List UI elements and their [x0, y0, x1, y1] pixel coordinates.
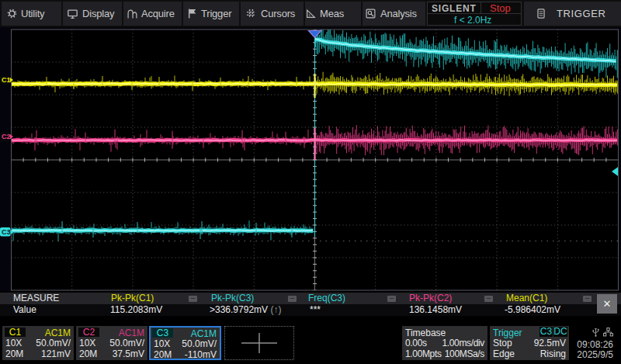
svg-text:C1: C1	[2, 76, 11, 84]
svg-text:C3: C3	[2, 228, 11, 236]
svg-text:C2: C2	[2, 133, 11, 140]
